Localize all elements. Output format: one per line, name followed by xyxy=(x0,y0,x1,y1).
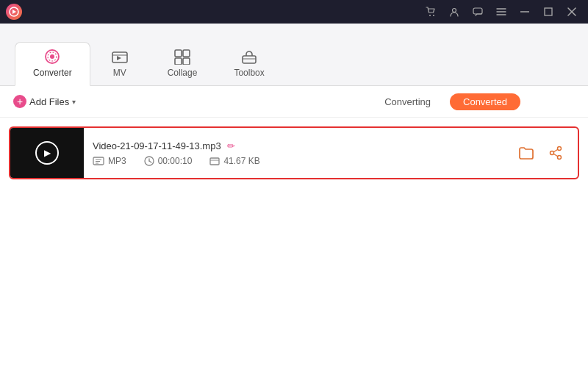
mv-icon xyxy=(111,50,129,65)
title-bar xyxy=(0,0,588,24)
tab-converter-label: Converter xyxy=(33,68,72,78)
svg-line-34 xyxy=(553,154,558,157)
svg-rect-9 xyxy=(545,8,552,15)
tab-toolbox[interactable]: Toolbox xyxy=(215,42,282,86)
format-value: MP3 xyxy=(108,156,126,166)
file-actions xyxy=(504,140,578,166)
toolbox-icon xyxy=(240,49,258,65)
app-logo xyxy=(6,4,22,20)
add-files-button[interactable]: + Add Files ▾ xyxy=(9,92,80,111)
meta-size: 41.67 KB xyxy=(209,156,259,166)
duration-icon xyxy=(144,156,154,166)
tab-converted[interactable]: Converted xyxy=(450,93,520,110)
svg-point-1 xyxy=(429,15,431,16)
svg-point-32 xyxy=(551,151,554,155)
open-folder-button[interactable] xyxy=(513,140,539,166)
svg-line-29 xyxy=(149,161,151,162)
hamburger-button[interactable] xyxy=(491,4,512,19)
play-icon: ▶ xyxy=(44,148,51,158)
file-info: Video-21-09-17-11-49-13.mp3 ✏ xyxy=(84,135,504,172)
tab-toolbox-label: Toolbox xyxy=(234,68,264,78)
svg-rect-21 xyxy=(243,56,256,63)
collage-icon xyxy=(173,49,191,65)
cart-button[interactable] xyxy=(420,4,441,19)
maximize-button[interactable] xyxy=(538,4,559,19)
svg-rect-18 xyxy=(183,50,190,57)
share-button[interactable] xyxy=(542,140,569,166)
svg-rect-20 xyxy=(183,58,190,65)
svg-point-13 xyxy=(50,54,54,59)
converter-icon xyxy=(43,49,61,65)
svg-rect-4 xyxy=(473,8,482,14)
minimize-button[interactable] xyxy=(514,4,535,19)
tab-converting[interactable]: Converting xyxy=(371,93,444,110)
svg-point-30 xyxy=(558,147,562,151)
meta-format: MP3 xyxy=(93,156,126,166)
close-button[interactable] xyxy=(562,4,582,19)
meta-duration: 00:00:10 xyxy=(144,156,193,166)
chevron-down-icon: ▾ xyxy=(72,98,76,106)
nav-tabs-bar: Converter MV Collage xyxy=(0,24,588,86)
main-content: + Add Files ▾ Converting Converted ▶ Vid… xyxy=(0,86,588,372)
chat-button[interactable] xyxy=(467,4,488,19)
file-meta: MP3 00:00:10 xyxy=(93,156,495,166)
table-row: ▶ Video-21-09-17-11-49-13.mp3 ✏ xyxy=(9,126,579,179)
tab-mv-label: MV xyxy=(113,68,126,78)
size-value: 41.67 KB xyxy=(223,156,259,166)
add-icon: + xyxy=(13,95,26,108)
size-icon xyxy=(209,156,220,166)
svg-point-2 xyxy=(433,15,434,16)
sub-tabs: Converting Converted xyxy=(371,93,520,110)
file-list: ▶ Video-21-09-17-11-49-13.mp3 ✏ xyxy=(0,118,588,372)
add-files-label: Add Files xyxy=(29,96,69,107)
tab-converter[interactable]: Converter xyxy=(15,42,90,86)
file-thumbnail[interactable]: ▶ xyxy=(10,126,84,179)
title-bar-controls xyxy=(420,4,582,19)
edit-icon[interactable]: ✏ xyxy=(227,140,235,151)
sub-toolbar: + Add Files ▾ Converting Converted xyxy=(0,86,588,118)
svg-line-33 xyxy=(553,149,558,152)
svg-point-31 xyxy=(558,156,562,160)
duration-value: 00:00:10 xyxy=(158,156,193,166)
tab-collage-label: Collage xyxy=(168,68,198,78)
play-button[interactable]: ▶ xyxy=(35,141,59,165)
tab-collage[interactable]: Collage xyxy=(149,42,216,86)
file-name: Video-21-09-17-11-49-13.mp3 xyxy=(93,140,221,151)
svg-rect-17 xyxy=(175,50,182,57)
title-bar-left xyxy=(6,4,22,20)
svg-rect-19 xyxy=(175,58,182,65)
tab-mv[interactable]: MV xyxy=(90,43,149,86)
format-icon xyxy=(93,156,104,166)
file-name-row: Video-21-09-17-11-49-13.mp3 ✏ xyxy=(93,140,495,151)
user-button[interactable] xyxy=(444,4,465,19)
svg-point-3 xyxy=(453,9,456,12)
